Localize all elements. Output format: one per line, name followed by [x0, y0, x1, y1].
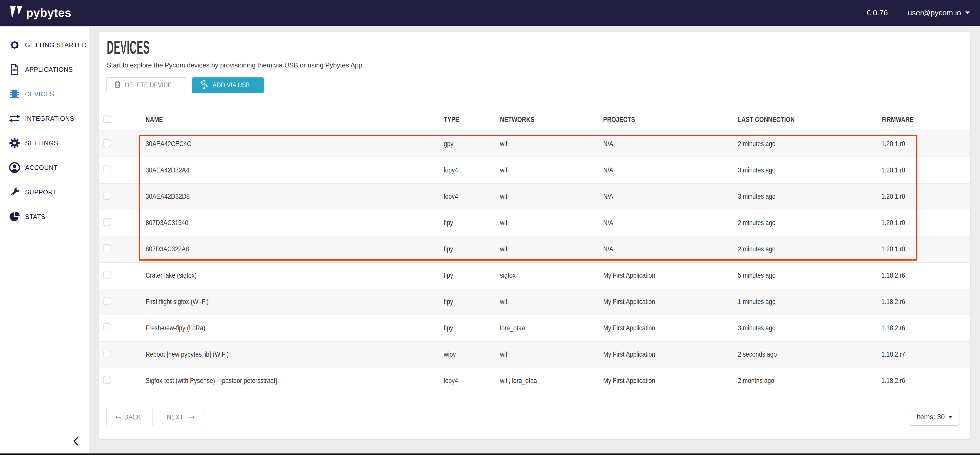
- cell-networks: wifi: [500, 192, 603, 200]
- sidebar-item-label: GETTING STARTED: [25, 41, 87, 49]
- row-checkbox[interactable]: [103, 376, 111, 384]
- user-email: user@pycom.io: [908, 8, 961, 17]
- svg-text:</>: </>: [12, 68, 17, 72]
- row-checkbox[interactable]: [103, 297, 111, 305]
- sidebar-item-stats[interactable]: STATS: [0, 204, 89, 229]
- row-checkbox[interactable]: [103, 323, 111, 331]
- sidebar-item-applications[interactable]: </>APPLICATIONS: [0, 57, 89, 82]
- cell-last-connection: 3 minutes ago: [738, 166, 881, 174]
- row-checkbox[interactable]: [103, 192, 111, 199]
- cell-name: Sigfox-test (with Pysense) - [pastoor pe…: [146, 377, 444, 385]
- sidebar-item-label: INTEGRATIONS: [25, 115, 74, 123]
- cell-type: fipy: [444, 245, 500, 253]
- delete-device-button[interactable]: DELETE DEVICE: [106, 77, 187, 93]
- cell-networks: lora_otaa: [500, 324, 603, 332]
- cell-name: 30AEA42D32A4: [146, 166, 444, 174]
- table-row[interactable]: 807D3AC322A8fipywifiN/A2 minutes ago1.20…: [99, 236, 970, 262]
- pybytes-logo-icon: [10, 5, 22, 20]
- logo-text: pybytes: [26, 6, 71, 20]
- cell-name: Crater-lake (sigfox): [146, 272, 444, 280]
- chevron-down-icon: [948, 416, 952, 418]
- pagination: ← BACK NEXT → Items: 30: [106, 408, 960, 426]
- table-row[interactable]: Crater-lake (sigfox)fipysigfoxMy First A…: [99, 262, 970, 289]
- cell-type: fipy: [444, 298, 500, 306]
- sidebar-item-settings[interactable]: SETTINGS: [0, 131, 89, 155]
- devices-page-card: DEVICES Start to explore the Pycom devic…: [99, 32, 970, 439]
- table-row[interactable]: 30AEA42D32D8lopy4wifiN/A3 minutes ago1.2…: [99, 184, 970, 210]
- items-per-page-dropdown[interactable]: Items: 30: [909, 409, 960, 426]
- cell-type: lopy4: [444, 377, 500, 385]
- column-header-last-connection: LAST CONNECTION: [738, 116, 881, 124]
- sidebar-item-account[interactable]: ACCOUNT: [0, 155, 89, 180]
- add-via-usb-button[interactable]: ADD VIA USB: [192, 77, 264, 93]
- cell-networks: wifi: [500, 350, 603, 358]
- arrow-right-icon: →: [189, 413, 195, 421]
- sidebar-item-label: DEVICES: [25, 91, 54, 98]
- row-checkbox[interactable]: [103, 271, 111, 278]
- sidebar-item-integrations[interactable]: INTEGRATIONS: [0, 106, 89, 131]
- cell-name: 807D3AC31340: [146, 219, 444, 227]
- row-checkbox[interactable]: [103, 245, 111, 252]
- cell-last-connection: 2 minutes ago: [738, 219, 881, 227]
- row-checkbox[interactable]: [103, 165, 111, 173]
- cell-name: First flight sigfox (Wi-Fi): [146, 298, 444, 306]
- sidebar-item-label: SUPPORT: [25, 189, 57, 196]
- cell-firmware: 1.20.1.r0: [881, 166, 970, 174]
- cell-projects: My First Application: [603, 298, 738, 306]
- sidebar-item-devices[interactable]: DEVICES: [0, 82, 89, 106]
- cell-type: fipy: [444, 272, 500, 280]
- cell-type: fipy: [444, 219, 500, 227]
- cell-last-connection: 3 minutes ago: [738, 192, 881, 200]
- sidebar-item-label: STATS: [25, 213, 46, 221]
- gear-icon: [9, 137, 21, 149]
- row-checkbox[interactable]: [103, 139, 111, 147]
- cell-projects: N/A: [603, 192, 738, 200]
- topbar: pybytes € 0.76 user@pycom.io: [0, 0, 980, 26]
- table-row[interactable]: Reboot [new pybytes lib] (WiFi)wipywifiM…: [99, 342, 970, 368]
- cell-last-connection: 3 minutes ago: [738, 324, 881, 332]
- column-header-firmware: FIRMWARE: [881, 116, 970, 124]
- table-row[interactable]: 30AEA42CEC4CgpywifiN/A2 minutes ago1.20.…: [99, 131, 970, 158]
- row-checkbox[interactable]: [103, 350, 111, 357]
- arrow-left-icon: ←: [115, 413, 121, 421]
- cell-last-connection: 5 minutes ago: [738, 272, 881, 280]
- sidebar-item-support[interactable]: SUPPORT: [0, 180, 89, 204]
- arrows-exchange-icon: [9, 113, 21, 124]
- column-header-name: NAME: [146, 116, 444, 124]
- person-icon: [9, 162, 21, 173]
- row-checkbox[interactable]: [103, 218, 111, 226]
- page-subtitle: Start to explore the Pycom devices by pr…: [107, 61, 970, 69]
- page-title: DEVICES: [107, 38, 970, 57]
- cell-firmware: 1.18.2.r6: [881, 298, 970, 306]
- table-row[interactable]: First flight sigfox (Wi-Fi)fipywifiMy Fi…: [99, 289, 970, 315]
- cell-firmware: 1.20.1.r0: [881, 245, 970, 253]
- cell-networks: wifi: [500, 140, 603, 148]
- cell-firmware: 1.20.1.r0: [881, 219, 970, 227]
- cell-networks: wifi: [500, 298, 603, 306]
- sidebar-item-getting-started[interactable]: GETTING STARTED: [0, 33, 89, 57]
- next-button[interactable]: NEXT →: [158, 408, 204, 426]
- select-all-checkbox[interactable]: [103, 115, 111, 123]
- cell-networks: wifi, lora_otaa: [500, 377, 603, 385]
- trash-icon: [114, 81, 121, 90]
- toolbar: DELETE DEVICE ADD VIA USB: [106, 77, 970, 93]
- cell-firmware: 1.18.2.r6: [881, 377, 970, 385]
- cell-last-connection: 2 minutes ago: [738, 245, 881, 253]
- table-row[interactable]: Fresh-new-fipy (LoRa)fipylora_otaaMy Fir…: [99, 315, 970, 342]
- back-button[interactable]: ← BACK: [106, 408, 153, 426]
- user-menu[interactable]: user@pycom.io: [908, 8, 970, 17]
- cell-name: Fresh-new-fipy (LoRa): [146, 324, 444, 332]
- sidebar: GETTING STARTED</>APPLICATIONSDEVICESINT…: [0, 27, 89, 453]
- screen-bottom-edge: [0, 453, 980, 455]
- cell-last-connection: 2 months ago: [738, 377, 881, 385]
- column-header-networks: NETWORKS: [500, 116, 603, 124]
- cell-firmware: 1.18.2.r6: [881, 272, 970, 280]
- table-row[interactable]: 30AEA42D32A4lopy4wifiN/A3 minutes ago1.2…: [99, 158, 970, 184]
- cell-firmware: 1.18.2.r7: [881, 350, 970, 358]
- cell-firmware: 1.20.1.r0: [881, 140, 970, 148]
- pybytes-logo[interactable]: pybytes: [10, 5, 71, 20]
- table-row[interactable]: Sigfox-test (with Pysense) - [pastoor pe…: [99, 368, 970, 394]
- cell-firmware: 1.20.1.r0: [881, 192, 970, 200]
- table-row[interactable]: 807D3AC31340fipywifiN/A2 minutes ago1.20…: [99, 210, 970, 236]
- sidebar-collapse-button[interactable]: [71, 436, 80, 447]
